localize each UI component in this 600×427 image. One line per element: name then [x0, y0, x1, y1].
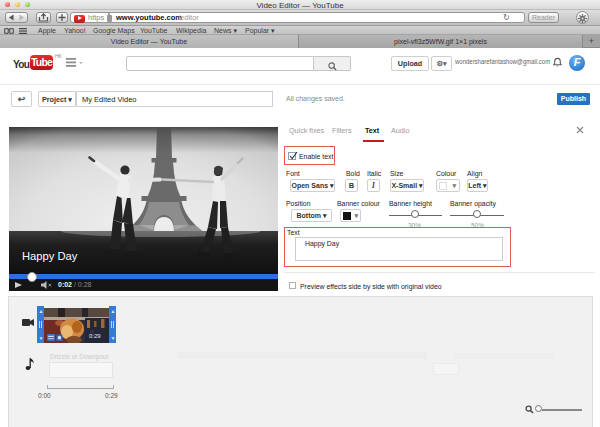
svg-text:0:29: 0:29: [89, 333, 101, 339]
svg-text:Happy Day: Happy Day: [22, 250, 78, 262]
